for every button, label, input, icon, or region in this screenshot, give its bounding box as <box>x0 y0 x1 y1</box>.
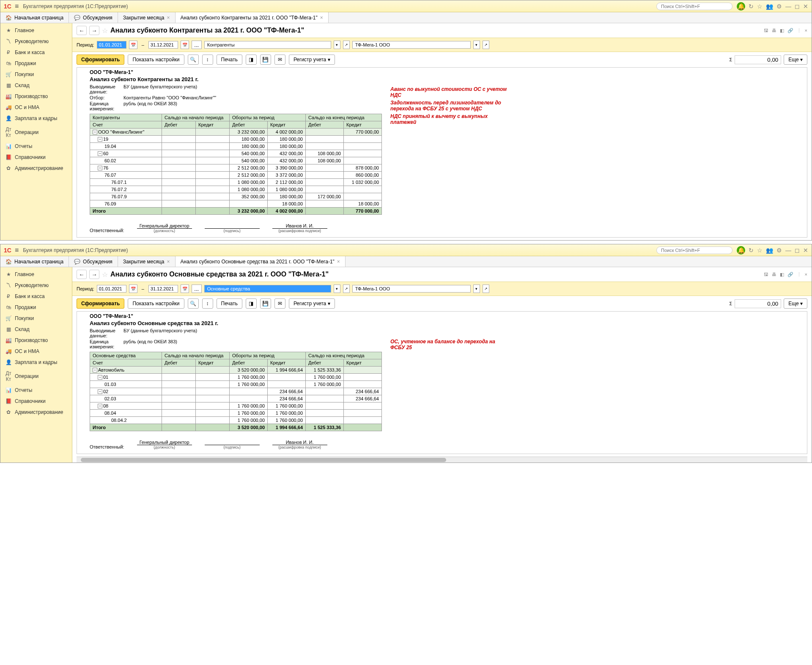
table-row[interactable]: 76.07.9352 000,00180 000,00172 000,00 <box>90 193 382 200</box>
sidebar-item[interactable]: Дт КтОперации <box>0 124 72 141</box>
table-row[interactable]: −011 760 000,001 760 000,00 <box>90 374 382 381</box>
collapse-icon[interactable]: − <box>93 368 97 372</box>
search-icon[interactable]: 🔍 <box>188 55 199 65</box>
dropdown-icon[interactable]: ▾ <box>473 285 480 293</box>
close-icon[interactable]: × <box>167 15 170 21</box>
date-from-input[interactable] <box>97 285 126 293</box>
sum-input[interactable] <box>735 55 781 64</box>
save-file-icon[interactable]: 💾 <box>260 55 271 65</box>
preview-icon[interactable]: ◨ <box>246 55 257 65</box>
print-button[interactable]: Печать <box>217 55 242 65</box>
collapse-icon[interactable]: − <box>93 130 97 134</box>
sidebar-item[interactable]: 👤Зарплата и кадры <box>0 357 72 368</box>
calendar-icon[interactable]: 📅 <box>129 285 137 293</box>
table-row[interactable]: 08.04.21 760 000,001 760 000,00 <box>90 417 382 424</box>
history-icon[interactable]: ↻ <box>749 247 754 254</box>
user-icon[interactable]: 👥 <box>766 3 773 10</box>
close-icon[interactable]: ✕ <box>803 3 808 10</box>
table-row[interactable]: 76.072 512 000,003 372 000,00860 000,00 <box>90 172 382 179</box>
calendar-icon[interactable]: 📅 <box>181 41 189 49</box>
calendar-icon[interactable]: 📅 <box>129 41 137 49</box>
sidebar-item[interactable]: 🛍Продажи <box>0 58 72 69</box>
table-row[interactable]: 08.041 760 000,001 760 000,00 <box>90 410 382 417</box>
search-icon[interactable]: 🔍 <box>188 298 199 309</box>
tab-home[interactable]: 🏠Начальная страница <box>0 12 69 23</box>
period-select-button[interactable]: ... <box>192 285 202 293</box>
user-icon[interactable]: 👥 <box>766 247 773 254</box>
sidebar-item[interactable]: 📊Отчеты <box>0 385 72 396</box>
close-icon[interactable]: × <box>805 272 807 277</box>
sidebar-item[interactable]: 📕Справочники <box>0 396 72 407</box>
sidebar-item[interactable]: 🏭Производство <box>0 91 72 102</box>
sidebar-item[interactable]: 🚚ОС и НМА <box>0 346 72 357</box>
forward-button[interactable]: → <box>89 270 99 279</box>
collapse-icon[interactable]: ↕ <box>202 298 213 309</box>
sidebar-item[interactable]: 🚚ОС и НМА <box>0 102 72 113</box>
sidebar-item[interactable]: ₽Банк и касса <box>0 291 72 302</box>
dropdown-icon[interactable]: ▾ <box>334 41 340 49</box>
dropdown-icon[interactable]: ▾ <box>473 41 480 49</box>
more-icon[interactable]: ⋮ <box>797 28 801 33</box>
table-row[interactable]: 76.07.21 080 000,001 080 000,00 <box>90 186 382 193</box>
collapse-icon[interactable]: − <box>98 389 102 394</box>
star-icon[interactable]: ☆ <box>757 3 763 10</box>
close-icon[interactable]: × <box>167 259 170 265</box>
sidebar-item[interactable]: 🛍Продажи <box>0 302 72 313</box>
tab-report-2[interactable]: Анализ субконто Основные средства за 202… <box>176 256 346 267</box>
period-select-button[interactable]: ... <box>192 41 202 49</box>
sidebar-item[interactable]: 📕Справочники <box>0 152 72 163</box>
favorite-icon[interactable]: ☆ <box>102 271 108 279</box>
org-input[interactable]: ТФ-Мега-1 ООО <box>352 41 471 49</box>
export-icon[interactable]: ◧ <box>780 28 784 33</box>
sidebar-item[interactable]: 〽Руководителю <box>0 280 72 291</box>
global-search[interactable] <box>656 3 732 10</box>
sidebar-item[interactable]: ★Главное <box>0 269 72 280</box>
settings-button[interactable]: Показать настройки <box>128 55 184 65</box>
table-row[interactable]: 01.031 760 000,001 760 000,00 <box>90 381 382 388</box>
table-row[interactable]: −19180 000,00180 000,00 <box>90 136 382 143</box>
close-icon[interactable]: × <box>805 28 807 33</box>
table-row[interactable]: −60540 000,00432 000,00108 000,00 <box>90 150 382 157</box>
export-icon[interactable]: ◧ <box>780 272 784 277</box>
tab-discussions[interactable]: 💬Обсуждения <box>69 12 118 23</box>
more-icon[interactable]: ⋮ <box>797 272 801 277</box>
email-icon[interactable]: ✉ <box>274 55 285 65</box>
sidebar-item[interactable]: 🏭Производство <box>0 335 72 346</box>
collapse-icon[interactable]: − <box>98 166 102 170</box>
open-icon[interactable]: ↗ <box>483 285 489 293</box>
sidebar-item[interactable]: 👤Зарплата и кадры <box>0 113 72 124</box>
tab-month-close[interactable]: Закрытие месяца× <box>118 12 176 23</box>
forward-button[interactable]: → <box>89 26 99 35</box>
register-button[interactable]: Регистр учета ▾ <box>289 55 335 65</box>
tab-month-close[interactable]: Закрытие месяца× <box>118 256 176 267</box>
print-icon[interactable]: 🖶 <box>772 272 776 277</box>
global-search[interactable] <box>656 246 732 254</box>
close-icon[interactable]: × <box>320 15 323 21</box>
table-row[interactable]: 76.07.11 080 000,002 112 000,001 032 000… <box>90 179 382 186</box>
register-button[interactable]: Регистр учета ▾ <box>289 298 335 309</box>
save-file-icon[interactable]: 💾 <box>260 298 271 309</box>
more-button[interactable]: Еще ▾ <box>784 298 807 309</box>
back-button[interactable]: ← <box>77 26 87 35</box>
back-button[interactable]: ← <box>77 270 87 279</box>
settings-button[interactable]: Показать настройки <box>128 298 184 309</box>
minimize-icon[interactable]: — <box>785 3 791 10</box>
sum-input[interactable] <box>735 299 781 308</box>
tab-discussions[interactable]: 💬Обсуждения <box>69 256 118 267</box>
sidebar-item[interactable]: ✿Администрирование <box>0 163 72 174</box>
collapse-icon[interactable]: ↕ <box>202 55 213 65</box>
table-row[interactable]: −02234 666,64234 666,64 <box>90 388 382 395</box>
date-from-input[interactable] <box>97 41 126 49</box>
tab-report-1[interactable]: Анализ субконто Контрагенты за 2021 г. О… <box>176 12 329 23</box>
table-row[interactable]: 19.04180 000,00180 000,00 <box>90 143 382 150</box>
close-icon[interactable]: × <box>337 259 340 265</box>
save-icon[interactable]: 🖫 <box>764 28 768 33</box>
open-icon[interactable]: ↗ <box>343 285 350 293</box>
sidebar-item[interactable]: Дт КтОперации <box>0 368 72 385</box>
menu-icon[interactable]: ≡ <box>15 246 19 254</box>
collapse-icon[interactable]: − <box>98 404 102 408</box>
collapse-icon[interactable]: − <box>98 137 102 142</box>
table-row[interactable]: −Автомобиль3 520 000,001 994 666,641 525… <box>90 367 382 374</box>
sidebar-item[interactable]: ₽Банк и касса <box>0 47 72 58</box>
calendar-icon[interactable]: 📅 <box>181 285 189 293</box>
